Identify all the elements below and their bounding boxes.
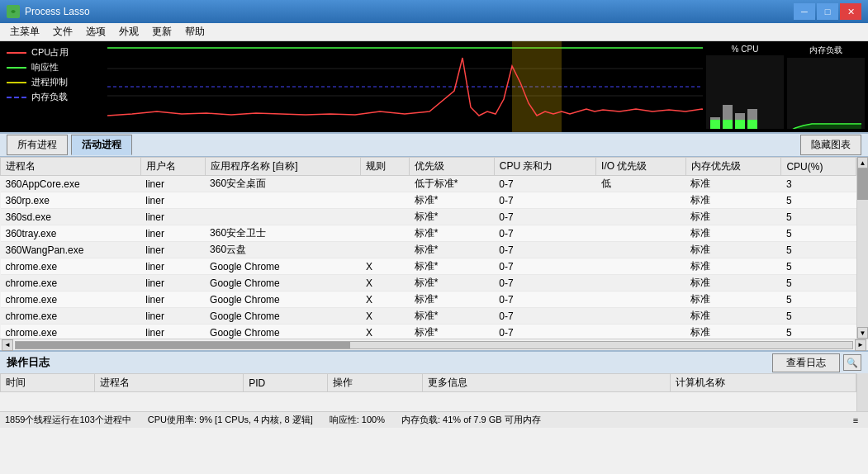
table-cell: liner (140, 192, 205, 209)
menu-appearance[interactable]: 外观 (112, 23, 145, 40)
log-col-action[interactable]: 操作 (328, 374, 422, 392)
process-table-scroll: 进程名 用户名 应用程序名称 [自称] 规则 优先级 CPU 亲和力 I/O 优… (0, 157, 856, 339)
hscroll-track[interactable] (15, 341, 853, 349)
table-cell: 低于标准* (410, 176, 495, 192)
svg-rect-4 (512, 41, 562, 132)
mem-side-label: 内存负载 (809, 45, 842, 56)
table-row[interactable]: chrome.exelinerGoogle ChromeX标准*0-7标准5 (1, 275, 856, 292)
menu-options[interactable]: 选项 (79, 23, 112, 40)
table-cell: Google Chrome (205, 325, 361, 339)
table-cell: 360tray.exe (1, 225, 141, 242)
table-cell (596, 258, 685, 275)
legend-cpu-label: CPU占用 (31, 46, 69, 59)
col-mem-priority[interactable]: 内存优先级 (685, 158, 781, 176)
table-cell: chrome.exe (1, 275, 141, 292)
view-log-button[interactable]: 查看日志 (772, 353, 840, 372)
legend-resp-label: 响应性 (31, 61, 59, 73)
title-bar: Process Lasso ─ □ ✕ (0, 0, 868, 23)
log-header: 操作日志 查看日志 🔍 (0, 350, 868, 373)
vscroll-track[interactable] (857, 168, 868, 327)
col-priority[interactable]: 优先级 (410, 158, 495, 176)
table-row[interactable]: 360rp.exeliner标准*0-7标准5 (1, 192, 856, 209)
log-search-button[interactable]: 🔍 (843, 354, 861, 371)
table-cell: 标准 (685, 325, 781, 339)
status-end-button[interactable]: ≡ (848, 413, 863, 428)
table-cell: liner (140, 292, 205, 308)
maximize-button[interactable]: □ (817, 3, 838, 20)
window-controls: ─ □ ✕ (794, 3, 861, 20)
table-cell (596, 192, 685, 209)
menu-main[interactable]: 主菜单 (3, 23, 46, 40)
table-cell: liner (140, 258, 205, 275)
table-cell: Google Chrome (205, 292, 361, 308)
tab-all-processes[interactable]: 所有进程 (7, 135, 68, 155)
table-cell (596, 275, 685, 292)
col-app-name[interactable]: 应用程序名称 [自称] (205, 158, 361, 176)
table-cell: 标准 (685, 242, 781, 258)
table-row[interactable]: 360WangPan.exeliner360云盘标准*0-7标准5 (1, 242, 856, 258)
log-table-wrapper: 时间 进程名 PID 操作 更多信息 计算机名称 (0, 373, 868, 411)
hscroll-right[interactable]: ► (855, 339, 866, 351)
log-col-pid[interactable]: PID (244, 374, 328, 392)
table-cell (596, 292, 685, 308)
process-table-header-row: 进程名 用户名 应用程序名称 [自称] 规则 优先级 CPU 亲和力 I/O 优… (1, 158, 856, 176)
log-table-scroll: 时间 进程名 PID 操作 更多信息 计算机名称 (0, 373, 856, 411)
table-row[interactable]: chrome.exelinerGoogle ChromeX标准*0-7标准5 (1, 308, 856, 325)
col-process-name[interactable]: 进程名 (1, 158, 141, 176)
hscroll-left[interactable]: ◄ (2, 339, 13, 351)
hscroll-thumb[interactable] (16, 342, 350, 348)
process-table-vscrollbar[interactable]: ▲ ▼ (856, 157, 868, 339)
table-cell: 0-7 (494, 209, 595, 225)
vscroll-down[interactable]: ▼ (857, 327, 868, 339)
table-cell (596, 225, 685, 242)
tab-active-processes[interactable]: 活动进程 (71, 135, 132, 155)
hide-chart-button[interactable]: 隐藏图表 (800, 135, 861, 155)
log-col-computer[interactable]: 计算机名称 (670, 374, 856, 392)
table-cell: 360云盘 (205, 242, 361, 258)
table-cell: 360WangPan.exe (1, 242, 141, 258)
table-cell: 0-7 (494, 325, 595, 339)
legend-restraint: 进程抑制 (7, 76, 101, 88)
table-row[interactable]: chrome.exelinerGoogle ChromeX标准*0-7标准5 (1, 292, 856, 308)
close-button[interactable]: ✕ (840, 3, 861, 20)
table-cell: chrome.exe (1, 308, 141, 325)
table-cell: 5 (781, 325, 856, 339)
process-table-wrapper: 进程名 用户名 应用程序名称 [自称] 规则 优先级 CPU 亲和力 I/O 优… (0, 157, 868, 339)
table-row[interactable]: 360tray.exeliner360安全卫士标准*0-7标准5 (1, 225, 856, 242)
table-cell: 低 (596, 176, 685, 192)
menu-bar: 主菜单 文件 选项 外观 更新 帮助 (0, 23, 868, 41)
process-table-hscrollbar[interactable]: ◄ ► (0, 339, 868, 350)
log-col-process[interactable]: 进程名 (95, 374, 244, 392)
table-cell: 标准 (685, 292, 781, 308)
col-username[interactable]: 用户名 (140, 158, 205, 176)
log-col-time[interactable]: 时间 (1, 374, 95, 392)
col-cpu-percent[interactable]: CPU(%) (781, 158, 856, 176)
table-cell: Google Chrome (205, 258, 361, 275)
legend-resp-color (7, 67, 26, 69)
table-cell (361, 192, 410, 209)
menu-file[interactable]: 文件 (46, 23, 79, 40)
table-row[interactable]: chrome.exelinerGoogle ChromeX标准*0-7标准5 (1, 258, 856, 275)
table-cell: 标准 (685, 308, 781, 325)
table-row[interactable]: chrome.exelinerGoogle ChromeX标准*0-7标准5 (1, 325, 856, 339)
vscroll-up[interactable]: ▲ (857, 157, 868, 168)
menu-update[interactable]: 更新 (145, 23, 178, 40)
graph-svg (107, 41, 703, 132)
table-row[interactable]: 360AppCore.exeliner360安全桌面低于标准*0-7低标准3 (1, 176, 856, 192)
menu-help[interactable]: 帮助 (178, 23, 211, 40)
table-row[interactable]: 360sd.exeliner标准*0-7标准5 (1, 209, 856, 225)
vscroll-thumb[interactable] (857, 168, 868, 200)
log-vscrollbar[interactable] (856, 373, 868, 411)
svg-rect-12 (735, 120, 745, 129)
col-io-priority[interactable]: I/O 优先级 (596, 158, 685, 176)
table-cell: 0-7 (494, 176, 595, 192)
mem-side-graph: 内存负载 (787, 45, 865, 129)
col-cpu-affinity[interactable]: CPU 亲和力 (494, 158, 595, 176)
minimize-button[interactable]: ─ (794, 3, 815, 20)
log-col-info[interactable]: 更多信息 (422, 374, 670, 392)
legend-mem-label: 内存负载 (31, 91, 68, 103)
legend-cpu-color (7, 52, 26, 54)
legend-rest-color (7, 82, 26, 83)
col-rules[interactable]: 规则 (361, 158, 410, 176)
table-cell: liner (140, 176, 205, 192)
